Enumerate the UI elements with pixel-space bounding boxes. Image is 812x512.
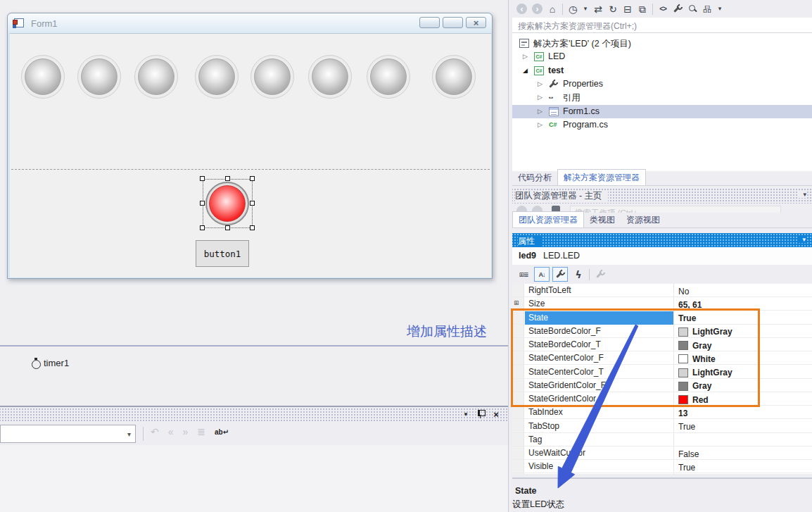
refresh-icon[interactable]: ↻ [608, 4, 618, 15]
property-row-tabindex[interactable]: TabIndex13 [512, 406, 812, 419]
property-value[interactable]: False [674, 447, 812, 460]
property-row-statecentercolor_t[interactable]: StateCenterColor_TLightGray [512, 366, 812, 379]
maximize-button[interactable] [443, 17, 463, 28]
history-icon[interactable]: ◷ [568, 4, 578, 15]
property-row-statebordecolor_f[interactable]: StateBordeColor_FLightGray [512, 325, 812, 338]
tree-item-program-cs[interactable]: ▷Program.cs [512, 118, 812, 132]
property-value[interactable]: LightGray [674, 366, 812, 379]
expand-plus-icon[interactable]: ⊞ [514, 300, 519, 306]
code-view-icon[interactable]: <> [658, 4, 668, 15]
led-control-gray[interactable] [367, 55, 410, 99]
button1-control[interactable]: button1 [196, 240, 249, 267]
form1-client-area[interactable]: button1 [10, 33, 491, 277]
bottom-panel-combobox[interactable]: ▾ [0, 425, 136, 443]
property-pages-button[interactable] [592, 267, 608, 282]
lines-icon[interactable]: ≣ [197, 426, 205, 437]
property-row-usewaitcursor[interactable]: UseWaitCursorFalse [512, 447, 812, 460]
tab-upper-1[interactable]: 解决方案资源管理器 [557, 169, 646, 186]
selection-handle[interactable] [250, 176, 255, 181]
undo-curved-icon[interactable]: ↶ [151, 426, 159, 437]
led-control-gray[interactable] [134, 55, 178, 99]
chevron-collapsed-icon[interactable]: ▷ [523, 53, 528, 60]
led-control-gray[interactable] [21, 55, 65, 99]
property-name[interactable]: RightToLeft [525, 284, 673, 297]
led-control-selected[interactable] [205, 182, 249, 225]
nav-forward-icon[interactable]: › [532, 4, 543, 14]
chevron-down-icon[interactable]: ▾ [799, 191, 806, 198]
sync-icon[interactable]: ⇄ [593, 4, 603, 15]
properties-page-icon[interactable]: ⧉ [637, 4, 647, 15]
property-row-statebordecolor_t[interactable]: StateBordeColor_TGray [512, 338, 812, 351]
properties-object-selector[interactable]: led9 LED.LED [512, 247, 812, 265]
search-page-icon[interactable] [687, 4, 697, 15]
property-value[interactable]: Gray [674, 379, 812, 392]
selection-handle[interactable] [200, 201, 205, 206]
selection-handle[interactable] [225, 225, 230, 230]
tree-item--[interactable]: ▷引用 [512, 91, 812, 104]
chevron-collapsed-icon[interactable]: ▷ [538, 80, 543, 87]
property-name[interactable]: StateBordeColor_F [525, 325, 673, 338]
property-row-tag[interactable]: Tag [512, 433, 812, 447]
sort-az-button[interactable]: A↓ [534, 267, 550, 282]
property-name[interactable]: Size [525, 297, 673, 311]
property-row-tabstop[interactable]: TabStopTrue [512, 420, 812, 433]
property-value[interactable]: True [674, 420, 812, 433]
property-value[interactable]: LightGray [674, 325, 812, 338]
property-value[interactable]: White [674, 351, 812, 365]
property-name[interactable]: StateCenterColor_T [525, 366, 673, 379]
tree-item--led-2-[interactable]: 解决方案'LED' (2 个项目) [512, 37, 812, 50]
selection-handle[interactable] [200, 225, 205, 230]
property-name[interactable]: StateGridentColor_F [525, 379, 673, 392]
chevron-collapsed-icon[interactable]: ▷ [538, 121, 543, 128]
property-value[interactable]: 65, 61 [674, 297, 812, 311]
indent-icon[interactable]: » [183, 426, 189, 437]
team-explorer-header[interactable]: 团队资源管理器 - 主页 ▾ [512, 187, 812, 204]
property-name[interactable]: Tag [525, 433, 673, 447]
home-icon[interactable]: ⌂ [547, 4, 557, 15]
property-row-state[interactable]: StateTrue [512, 311, 812, 325]
property-row-stategridentcolor_t[interactable]: StateGridentColor_TRed [512, 392, 812, 406]
properties-button[interactable] [552, 267, 568, 282]
tree-item-led[interactable]: ▷LED [512, 50, 812, 63]
property-name[interactable]: Visible [525, 460, 673, 473]
tab-lower-1[interactable]: 类视图 [584, 212, 621, 228]
property-row-statecentercolor_f[interactable]: StateCenterColor_FWhite [512, 351, 812, 365]
tab-upper-0[interactable]: 代码分析 [512, 170, 557, 186]
nav-back-icon[interactable]: ‹ [516, 4, 527, 14]
bottom-panel-titlebar[interactable] [0, 408, 508, 423]
tree-item-test[interactable]: ◢test [512, 64, 812, 77]
tab-lower-2[interactable]: 资源视图 [621, 212, 666, 228]
chevron-expanded-icon[interactable]: ◢ [523, 67, 528, 74]
chevron-down-icon[interactable]: ▾ [798, 236, 806, 243]
minimize-button[interactable] [419, 17, 440, 28]
property-value[interactable]: Red [674, 392, 812, 406]
chevron-collapsed-icon[interactable]: ▷ [538, 108, 543, 115]
hierarchy-icon[interactable]: 品 [702, 4, 712, 15]
property-name[interactable]: StateCenterColor_F [525, 351, 673, 365]
tab-lower-0[interactable]: 团队资源管理器 [512, 211, 584, 228]
property-name[interactable]: State [525, 311, 673, 325]
property-name[interactable]: UseWaitCursor [525, 447, 673, 460]
word-wrap-icon[interactable]: ab↵ [215, 428, 229, 436]
led-control-gray[interactable] [77, 55, 121, 99]
events-lightning-button[interactable]: ϟ [571, 267, 586, 282]
property-value[interactable]: True [674, 311, 812, 325]
property-row-visible[interactable]: VisibleTrue [512, 460, 812, 473]
led-control-gray[interactable] [308, 55, 352, 99]
property-value[interactable] [674, 433, 812, 447]
component-tray-timer[interactable]: timer1 [31, 358, 69, 368]
property-row-size[interactable]: ⊞Size65, 61 [512, 297, 812, 311]
tree-item-form1-cs[interactable]: ▷Form1.cs [512, 105, 812, 118]
outdent-icon[interactable]: « [168, 426, 174, 437]
property-value[interactable]: No [674, 284, 812, 297]
led-control-gray[interactable] [432, 55, 476, 99]
led-control-gray[interactable] [250, 55, 294, 99]
property-row-righttoleft[interactable]: RightToLeftNo [512, 284, 812, 297]
property-name[interactable]: TabIndex [525, 406, 673, 419]
property-row-stategridentcolor_f[interactable]: StateGridentColor_FGray [512, 379, 812, 392]
property-name[interactable]: TabStop [525, 420, 673, 433]
form1-titlebar[interactable]: Form1 × [8, 13, 492, 33]
selection-handle[interactable] [200, 176, 205, 181]
dropdown-icon[interactable]: ▾ [583, 4, 588, 15]
pin-icon[interactable] [475, 408, 485, 420]
